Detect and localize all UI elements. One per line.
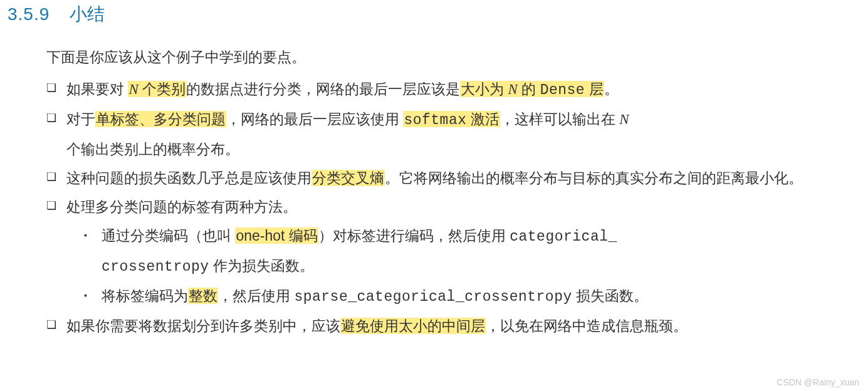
text: 损失函数。 [572, 288, 648, 304]
text: 大小为 [461, 81, 508, 97]
n-italic: N [508, 81, 518, 97]
text: 激活 [467, 111, 499, 127]
text: ）对标签进行编码，然后使用 [318, 227, 510, 244]
bullet-item-2: 对于单标签、多分类问题，网络的最后一层应该使用 softmax 激活，这样可以输… [46, 105, 830, 164]
sub-list: 通过分类编码（也叫 one-hot 编码）对标签进行编码，然后使用 catego… [66, 221, 830, 311]
section-title: 小结 [70, 4, 105, 24]
highlight: softmax 激活 [403, 111, 500, 127]
code: Dense [540, 82, 585, 98]
bullet-item-5: 如果你需要将数据划分到许多类别中，应该避免使用太小的中间层，以免在网络中造成信息… [46, 311, 830, 340]
text: 作为损失函数。 [209, 258, 314, 274]
highlight: 单标签、多分类问题 [95, 111, 226, 127]
text: ，以免在网络中造成信息瓶颈。 [486, 318, 688, 334]
n-italic: N [128, 81, 138, 97]
text: 个类别 [139, 81, 186, 97]
text-continuation: crossentropy 作为损失函数。 [102, 251, 830, 281]
text: 的 [518, 81, 540, 97]
text: 。 [604, 81, 619, 97]
sub-item-2: 将标签编码为整数，然后使用 sparse_categorical_crossen… [84, 281, 830, 311]
bullet-item-3: 这种问题的损失函数几乎总是应该使用分类交叉熵。它将网络输出的概率分布与目标的真实… [46, 164, 830, 192]
highlight: N 个类别 [128, 81, 186, 97]
text: 。它将网络输出的概率分布与目标的真实分布之间的距离最小化。 [385, 170, 803, 186]
watermark: CSDN @Rainy_xuan [776, 377, 859, 387]
text: ，然后使用 [218, 288, 294, 304]
text: 通过分类编码（也叫 [102, 227, 235, 244]
text: 的数据点进行分类，网络的最后一层应该是 [186, 81, 460, 97]
highlight: one-hot 编码 [235, 227, 318, 244]
highlight: 大小为 N 的 Dense 层 [460, 81, 604, 97]
text: 如果你需要将数据划分到许多类别中，应该 [66, 318, 340, 334]
sub-item-1: 通过分类编码（也叫 one-hot 编码）对标签进行编码，然后使用 catego… [84, 221, 830, 281]
bullet-item-4: 处理多分类问题的标签有两种方法。 通过分类编码（也叫 one-hot 编码）对标… [46, 192, 830, 311]
code: softmax [404, 112, 466, 128]
text: 层 [585, 81, 603, 97]
bullet-item-1: 如果要对 N 个类别的数据点进行分类，网络的最后一层应该是大小为 N 的 Den… [46, 75, 830, 105]
text: 处理多分类问题的标签有两种方法。 [66, 199, 297, 215]
section-heading: 3.5.9 小结 [8, 3, 830, 26]
bullet-list: 如果要对 N 个类别的数据点进行分类，网络的最后一层应该是大小为 N 的 Den… [46, 75, 830, 340]
text-continuation: 个输出类别上的概率分布。 [66, 135, 830, 164]
section-number: 3.5.9 [8, 4, 50, 24]
text: 对于 [66, 111, 95, 127]
intro-text: 下面是你应该从这个例子中学到的要点。 [46, 45, 830, 70]
code: categorical_ [510, 229, 617, 245]
text: 将标签编码为 [102, 288, 188, 304]
document-content: 3.5.9 小结 下面是你应该从这个例子中学到的要点。 如果要对 N 个类别的数… [0, 0, 868, 340]
text: 这种问题的损失函数几乎总是应该使用 [66, 170, 311, 186]
text: 如果要对 [66, 81, 128, 97]
code: crossentropy [102, 259, 209, 275]
text: ，网络的最后一层应该使用 [226, 111, 403, 127]
highlight: 避免使用太小的中间层 [340, 318, 486, 334]
n-italic: N [619, 112, 629, 127]
code: sparse_categorical_crossentropy [294, 289, 572, 305]
highlight: 分类交叉熵 [311, 170, 385, 186]
text: ，这样可以输出在 [500, 111, 619, 127]
highlight: 整数 [188, 288, 218, 304]
